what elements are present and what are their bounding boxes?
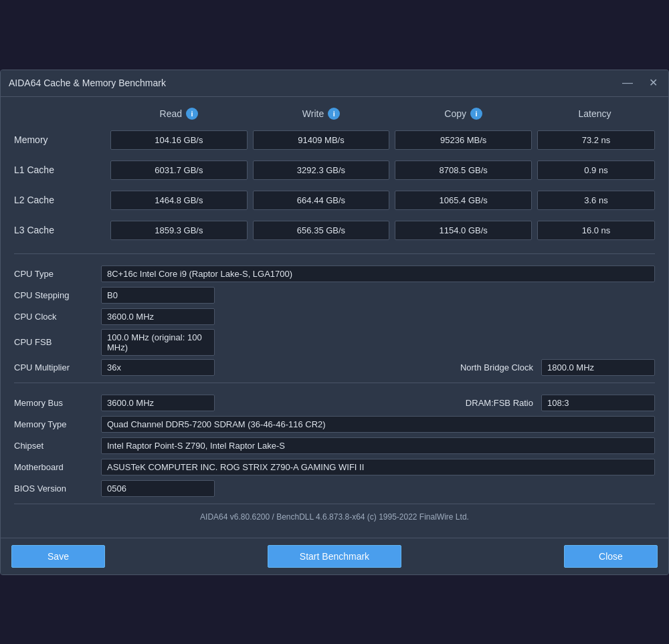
content-area: Read i Write i Copy i Latency Memory [1,97,668,538]
cpu-fsb-row: CPU FSB 100.0 MHz (original: 100 MHz) [14,329,655,356]
row-copy-0 [395,130,532,150]
separator-1 [14,253,655,254]
title-bar: AIDA64 Cache & Memory Benchmark — ✕ [1,70,668,97]
bios-row: BIOS Version 0506 [14,479,655,498]
bios-label: BIOS Version [14,484,101,494]
row-write-input-3 [253,221,390,240]
table-row: L2 Cache [14,191,655,210]
cpu-info-section: CPU Type 8C+16c Intel Core i9 (Raptor La… [14,265,655,377]
row-copy-input-3 [395,221,532,240]
row-copy-3 [395,221,532,240]
row-write-2 [253,191,390,210]
title-bar-controls: — ✕ [619,78,660,88]
row-read-input-1 [110,160,248,180]
cpu-clock-row: CPU Clock 3600.0 MHz [14,308,655,326]
motherboard-value: ASUSTeK COMPUTER INC. ROG STRIX Z790-A G… [101,459,655,475]
row-label-2: L2 Cache [14,195,108,205]
bench-rows-container: Memory L1 Cache [14,130,655,240]
row-copy-input-1 [395,160,532,180]
cpu-stepping-row: CPU Stepping B0 [14,286,655,305]
close-button[interactable]: Close [564,545,658,568]
row-copy-input-0 [395,130,532,150]
col-read: Read i [108,108,250,120]
start-benchmark-button[interactable]: Start Benchmark [268,545,401,568]
footer-text: AIDA64 v6.80.6200 / BenchDLL 4.6.873.8-x… [14,504,655,527]
row-label-3: L3 Cache [14,225,108,235]
motherboard-label: Motherboard [14,462,101,472]
col-write: Write i [250,108,393,120]
dram-fsb-label: DRAM:FSB Ratio [466,398,533,408]
memory-type-label: Memory Type [14,419,101,429]
write-info-icon[interactable]: i [328,108,340,120]
row-read-1 [110,160,248,180]
row-write-input-0 [253,130,390,150]
row-read-3 [110,221,248,240]
col-latency: Latency [535,108,655,120]
close-window-button[interactable]: ✕ [646,78,660,88]
row-read-input-3 [110,221,248,240]
separator-2 [14,383,655,383]
memory-type-row: Memory Type Quad Channel DDR5-7200 SDRAM… [14,415,655,434]
table-row: L1 Cache [14,160,655,180]
cpu-type-label: CPU Type [14,269,101,279]
cpu-clock-value: 3600.0 MHz [101,308,215,325]
main-window: AIDA64 Cache & Memory Benchmark — ✕ Read… [0,70,669,575]
minimize-button[interactable]: — [619,78,636,88]
chipset-label: Chipset [14,441,101,451]
benchmark-table: Read i Write i Copy i Latency Memory [14,108,655,240]
table-row: L3 Cache [14,221,655,240]
col-copy: Copy i [392,108,535,120]
cpu-clock-label: CPU Clock [14,312,101,322]
row-copy-1 [395,160,532,180]
bios-value: 0506 [101,480,215,497]
memory-type-value: Quad Channel DDR5-7200 SDRAM (36-46-46-1… [101,416,655,433]
cpu-multiplier-value: 36x [101,359,215,376]
cpu-type-value: 8C+16c Intel Core i9 (Raptor Lake-S, LGA… [101,265,655,282]
memory-bus-row: Memory Bus 3600.0 MHz DRAM:FSB Ratio 108… [14,394,655,413]
row-latency-input-0 [537,130,655,150]
copy-info-icon[interactable]: i [470,108,482,120]
table-row: Memory [14,130,655,150]
row-read-input-0 [110,130,248,150]
chipset-row: Chipset Intel Raptor Point-S Z790, Intel… [14,437,655,455]
row-read-2 [110,191,248,210]
row-write-input-2 [253,191,390,210]
row-write-1 [253,160,390,180]
row-latency-0 [537,130,655,150]
memory-bus-label: Memory Bus [14,398,101,408]
window-title: AIDA64 Cache & Memory Benchmark [9,78,166,88]
table-header: Read i Write i Copy i Latency [14,108,655,125]
north-bridge-label: North Bridge Clock [460,362,533,372]
cpu-fsb-value: 100.0 MHz (original: 100 MHz) [101,329,215,356]
cpu-type-row: CPU Type 8C+16c Intel Core i9 (Raptor La… [14,265,655,284]
row-latency-input-3 [537,221,655,240]
row-latency-input-1 [537,160,655,180]
read-info-icon[interactable]: i [186,108,198,120]
row-latency-1 [537,160,655,180]
north-bridge-value: 1800.0 MHz [541,359,655,376]
motherboard-row: Motherboard ASUSTeK COMPUTER INC. ROG ST… [14,458,655,477]
row-write-input-1 [253,160,390,180]
chipset-value: Intel Raptor Point-S Z790, Intel Raptor … [101,437,655,454]
row-write-3 [253,221,390,240]
cpu-multiplier-label: CPU Multiplier [14,362,101,372]
cpu-multiplier-row: CPU Multiplier 36x North Bridge Clock 18… [14,358,655,377]
cpu-stepping-value: B0 [101,287,215,304]
save-button[interactable]: Save [11,545,105,568]
memory-info-section: Memory Bus 3600.0 MHz DRAM:FSB Ratio 108… [14,394,655,498]
row-read-0 [110,130,248,150]
row-copy-2 [395,191,532,210]
cpu-stepping-label: CPU Stepping [14,290,101,300]
row-latency-input-2 [537,191,655,210]
col-empty [14,108,108,120]
dram-fsb-value: 108:3 [541,395,655,411]
row-latency-2 [537,191,655,210]
bottom-buttons: Save Start Benchmark Close [1,538,668,574]
row-label-0: Memory [14,134,108,145]
row-write-0 [253,130,390,150]
row-copy-input-2 [395,191,532,210]
cpu-fsb-label: CPU FSB [14,337,101,347]
memory-bus-value: 3600.0 MHz [101,395,215,411]
row-read-input-2 [110,191,248,210]
row-latency-3 [537,221,655,240]
